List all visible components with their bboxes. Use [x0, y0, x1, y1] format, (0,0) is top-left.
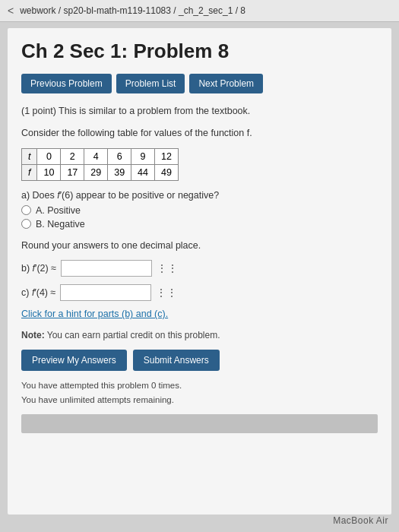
table-cell: 10 — [37, 164, 61, 180]
grid-icon-c[interactable]: ⋮⋮ — [156, 287, 177, 299]
table-row-label-t: t — [22, 148, 37, 164]
radio-negative[interactable] — [21, 219, 31, 229]
option-positive-label: A. Positive — [36, 205, 81, 216]
scroll-area[interactable] — [21, 414, 378, 433]
nav-buttons: Previous Problem Problem List Next Probl… — [21, 74, 378, 93]
option-negative-label: B. Negative — [36, 219, 85, 230]
table-cell: 9 — [131, 148, 155, 164]
back-arrow-icon[interactable]: < — [8, 5, 14, 17]
hint-link[interactable]: Click for a hint for parts (b) and (c). — [21, 309, 378, 319]
table-cell: 4 — [84, 148, 108, 164]
table-cell: 17 — [61, 164, 84, 180]
table-cell: 2 — [61, 148, 84, 164]
note-body: You can earn partial credit on this prob… — [45, 330, 220, 340]
next-problem-button[interactable]: Next Problem — [189, 74, 263, 93]
option-positive[interactable]: A. Positive — [21, 205, 378, 216]
note-text: Note: You can earn partial credit on thi… — [21, 330, 378, 340]
attempt-line1: You have attempted this problem 0 times. — [21, 378, 378, 392]
function-table: t 0 2 4 6 9 12 f 10 17 29 39 44 49 — [21, 148, 179, 181]
note-prefix: Note: — [21, 330, 45, 340]
previous-problem-button[interactable]: Previous Problem — [21, 74, 112, 93]
option-negative[interactable]: B. Negative — [21, 219, 378, 230]
question-b-input[interactable] — [61, 260, 152, 277]
table-cell: 44 — [131, 164, 155, 180]
question-b-label: b) f′(2) ≈ — [21, 263, 56, 274]
table-cell: 12 — [155, 148, 179, 164]
submit-answers-button[interactable]: Submit Answers — [133, 350, 220, 371]
macbook-label: MacBook Air — [333, 515, 388, 526]
submit-buttons: Preview My Answers Submit Answers — [21, 350, 378, 371]
question-b-section: b) f′(2) ≈ ⋮⋮ — [21, 260, 378, 277]
question-a-label: a) Does f′(6) appear to be positive or n… — [21, 190, 378, 201]
url-bar: webwork / sp20-bl-math-m119-11083 / _ch_… — [20, 5, 245, 16]
table-cell: 39 — [108, 164, 131, 180]
table-row-label-f: f — [22, 164, 37, 180]
page-title: Ch 2 Sec 1: Problem 8 — [21, 40, 378, 63]
problem-list-button[interactable]: Problem List — [116, 74, 185, 93]
grid-icon-b[interactable]: ⋮⋮ — [157, 262, 178, 274]
table-cell: 49 — [155, 164, 179, 180]
round-text: Round your answers to one decimal place. — [21, 239, 378, 253]
question-a-section: a) Does f′(6) appear to be positive or n… — [21, 190, 378, 230]
attempt-line2: You have unlimited attempts remaining. — [21, 393, 378, 407]
intro-text: (1 point) This is similar to a problem f… — [21, 104, 378, 119]
consider-text: Consider the following table for values … — [21, 126, 378, 141]
question-c-label: c) f′(4) ≈ — [21, 287, 55, 298]
table-cell: 0 — [37, 148, 61, 164]
question-c-section: c) f′(4) ≈ ⋮⋮ — [21, 284, 378, 301]
question-c-input[interactable] — [60, 284, 151, 301]
browser-bar: < webwork / sp20-bl-math-m119-11083 / _c… — [0, 0, 399, 22]
preview-answers-button[interactable]: Preview My Answers — [21, 350, 127, 371]
table-cell: 6 — [108, 148, 131, 164]
content-area: Ch 2 Sec 1: Problem 8 Previous Problem P… — [8, 28, 391, 515]
radio-positive[interactable] — [21, 205, 31, 215]
attempt-info: You have attempted this problem 0 times.… — [21, 378, 378, 407]
table-cell: 29 — [84, 164, 108, 180]
